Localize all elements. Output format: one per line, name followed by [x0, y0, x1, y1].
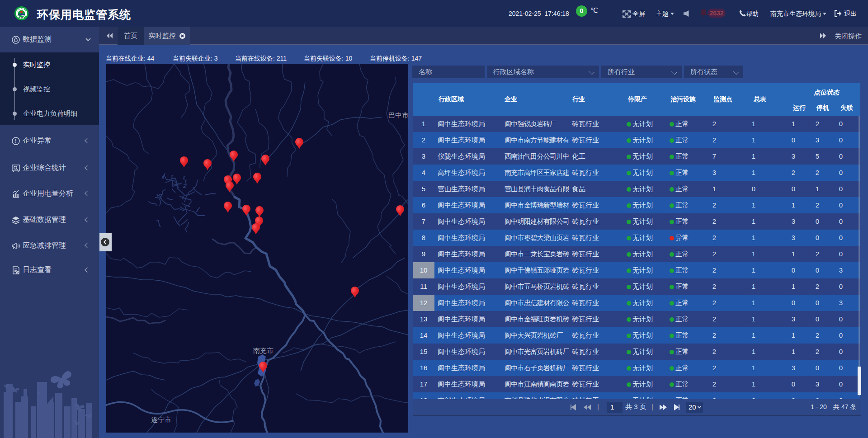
svg-text:巴中市: 巴中市 [388, 111, 408, 119]
svg-text:南充市: 南充市 [253, 347, 274, 354]
svg-text:遂宁市: 遂宁市 [151, 416, 171, 424]
